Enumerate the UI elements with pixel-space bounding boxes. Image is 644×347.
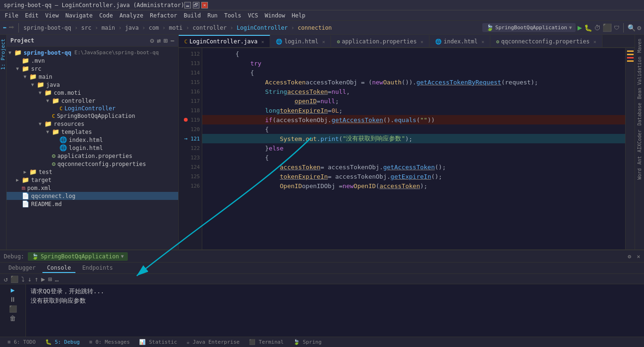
- project-minimize-icon[interactable]: −: [171, 37, 174, 44]
- debug-close-button[interactable]: ✕: [637, 253, 640, 260]
- menu-item-analyze[interactable]: Analyze: [116, 11, 146, 20]
- tree-item-mvn[interactable]: 📁 .mvn: [7, 57, 178, 65]
- breadcrumb-springbootqq[interactable]: spring-boot-qq: [23, 25, 72, 31]
- tree-item-springapp[interactable]: C SpringBootQqApplication: [7, 112, 178, 120]
- tree-item-java[interactable]: ▼ 📁 java: [7, 81, 178, 89]
- debug-tool-stepinto[interactable]: ↓: [27, 275, 31, 283]
- sidebar-label-aixcoder[interactable]: AIXCoder: [636, 128, 643, 154]
- bottom-tab-messages[interactable]: ≡ 0: Messages: [85, 338, 133, 346]
- sidebar-label-ant[interactable]: Ant: [636, 154, 643, 166]
- app-name-selector[interactable]: 🍃 SpringBootQqApplication ▼: [482, 23, 576, 32]
- tree-item-main[interactable]: ▼ 📁 main: [7, 73, 178, 81]
- menu-item-code[interactable]: Code: [97, 11, 116, 20]
- menu-item-vcs[interactable]: VCS: [245, 11, 261, 20]
- bp-area-119[interactable]: [183, 118, 189, 122]
- project-layout-icon[interactable]: ⊞: [164, 37, 167, 44]
- breadcrumb-connection[interactable]: connection: [297, 25, 333, 31]
- debug-btn-stop2[interactable]: ⬛: [9, 305, 17, 313]
- tab-qqprop[interactable]: ⚙ qqconnectconfig.properties ✕: [490, 35, 603, 47]
- breadcrumb-src[interactable]: src: [80, 25, 92, 31]
- menu-item-file[interactable]: File: [2, 11, 21, 20]
- tree-item-qqlog[interactable]: 📄 qqconnect.log: [7, 192, 178, 200]
- menu-item-view[interactable]: View: [42, 11, 62, 20]
- sidebar-label-word[interactable]: Word: [636, 166, 643, 182]
- bottom-tab-debug[interactable]: 🐛 5: Debug: [41, 338, 84, 346]
- toolbar-nav-back[interactable]: ⬅: [3, 24, 7, 31]
- debug-app[interactable]: 🍃 SpringBootQqApplication ▼: [28, 252, 127, 261]
- tab-close-logincontroller[interactable]: ✕: [261, 39, 264, 44]
- close-button[interactable]: ✕: [201, 2, 208, 8]
- tree-item-target[interactable]: ▶ 📁 target: [7, 176, 178, 184]
- tree-item-login-html[interactable]: 🌐 login.html: [7, 144, 178, 152]
- tree-item-controller[interactable]: ▼ 📁 controller: [7, 97, 178, 105]
- debug-tool-stepout[interactable]: ↑: [34, 275, 38, 283]
- debug-run-button[interactable]: 🐛: [584, 24, 592, 32]
- project-gear-icon[interactable]: ⚙: [150, 37, 154, 44]
- tree-item-resources[interactable]: ▼ 📁 resources: [7, 120, 178, 128]
- sidebar-label-maven[interactable]: Maven: [636, 37, 643, 55]
- breadcrumb-java[interactable]: java: [124, 25, 140, 31]
- search-everywhere[interactable]: 🔍: [627, 24, 636, 32]
- tab-close-qqprop[interactable]: ✕: [594, 39, 596, 44]
- tree-item-commoti[interactable]: ▼ 📁 com.moti: [7, 89, 178, 97]
- debug-btn-pause[interactable]: ⏸: [9, 296, 16, 303]
- breadcrumb-main[interactable]: main: [100, 25, 116, 31]
- debug-tool-resume[interactable]: ▶: [41, 275, 45, 283]
- minimize-button[interactable]: 🗕: [184, 2, 191, 8]
- settings-button[interactable]: ⚙: [637, 24, 641, 32]
- breadcrumb-com[interactable]: com: [148, 25, 160, 31]
- project-sync-icon[interactable]: ⇄: [157, 37, 161, 44]
- bottom-tab-javaee[interactable]: ☕ Java Enterprise: [183, 338, 244, 346]
- menu-item-navigate[interactable]: Navigate: [63, 11, 96, 20]
- tree-item-logincontroller[interactable]: C LoginController: [7, 105, 178, 112]
- debug-tab-debugger[interactable]: Debugger: [4, 264, 41, 273]
- tree-item-templates[interactable]: ▼ 📁 templates: [7, 128, 178, 136]
- menu-item-run[interactable]: Run: [205, 11, 221, 20]
- debug-tool-stop[interactable]: ⬛: [10, 275, 18, 283]
- sidebar-label-database[interactable]: Database: [636, 101, 643, 127]
- tree-item-test[interactable]: ▶ 📁 test: [7, 168, 178, 176]
- coverage-button[interactable]: 🛡: [614, 25, 619, 31]
- tree-item-qq-prop[interactable]: ⚙ qqconnectconfig.properties: [7, 160, 178, 168]
- menu-item-window[interactable]: Window: [262, 11, 288, 20]
- menu-item-build[interactable]: Build: [181, 11, 204, 20]
- breadcrumb-logincontroller[interactable]: LoginController: [236, 25, 289, 31]
- tree-item-index-html[interactable]: 🌐 index.html: [7, 136, 178, 144]
- stop-button[interactable]: ⬛: [603, 23, 612, 32]
- bottom-tab-terminal[interactable]: ⬛ Terminal: [245, 338, 288, 346]
- debug-tool-frame[interactable]: ⊞: [48, 275, 52, 283]
- menu-item-tools[interactable]: Tools: [222, 11, 244, 20]
- code-content[interactable]: { try { AccessToken accessTokenObj = (ne…: [202, 48, 625, 249]
- tree-item-readme[interactable]: 📄 README.md: [7, 200, 178, 208]
- debug-tool-more[interactable]: …: [55, 275, 58, 283]
- profile-button[interactable]: ⏱: [594, 24, 601, 32]
- debug-tab-endpoints[interactable]: Endpoints: [77, 264, 117, 273]
- bottom-tab-spring[interactable]: 🍃 Spring: [289, 338, 325, 346]
- bottom-tab-statistic[interactable]: 📊 Statistic: [135, 338, 181, 346]
- sidebar-tab-project[interactable]: 1: Project: [0, 35, 7, 74]
- debug-tool-rerun[interactable]: ↺: [4, 275, 8, 283]
- debug-tool-stepover[interactable]: ⤵: [21, 275, 25, 283]
- tab-close-approp[interactable]: ✕: [421, 39, 423, 44]
- tab-loginhtml[interactable]: 🌐 login.html ✕: [270, 35, 331, 47]
- menu-item-help[interactable]: Help: [289, 11, 308, 20]
- breadcrumb-controller[interactable]: controller: [191, 25, 227, 31]
- tab-close-indexhtml[interactable]: ✕: [481, 39, 484, 44]
- menu-item-edit[interactable]: Edit: [22, 11, 41, 20]
- breadcrumb-moti[interactable]: moti: [168, 25, 183, 31]
- tab-logincontroller[interactable]: C LoginController.java ✕: [179, 35, 270, 47]
- tree-item-pom[interactable]: m pom.xml: [7, 184, 178, 192]
- debug-tab-console[interactable]: Console: [42, 264, 76, 273]
- tree-item-root[interactable]: ▼ 📁 spring-boot-qq E:\JavaSpace\spring-b…: [7, 49, 178, 57]
- maximize-button[interactable]: 🗗: [193, 2, 199, 8]
- run-button[interactable]: ▶: [578, 23, 582, 32]
- toolbar-nav-fwd[interactable]: ⮕: [8, 24, 15, 31]
- debug-btn-resume2[interactable]: ▶: [11, 286, 15, 294]
- bottom-tab-todo[interactable]: ≡ 6: TODO: [4, 338, 40, 346]
- tab-indexhtml[interactable]: 🌐 index.html ✕: [429, 35, 490, 47]
- debug-btn-clear[interactable]: 🗑: [9, 314, 16, 322]
- menu-item-refactor[interactable]: Refactor: [147, 11, 180, 20]
- breakpoint-119[interactable]: [184, 118, 188, 122]
- tab-approp[interactable]: ⚙ application.properties ✕: [331, 35, 429, 47]
- tree-item-src[interactable]: ▼ 📁 src: [7, 65, 178, 73]
